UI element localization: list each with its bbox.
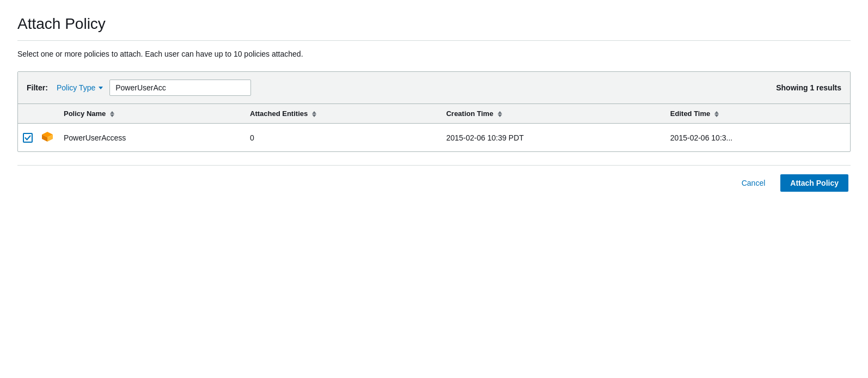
table-header-row: Policy Name Attached Entities Creation T… — [18, 104, 850, 124]
title-divider — [17, 40, 851, 41]
col-edited-time: Edited Time — [664, 104, 850, 124]
results-count: Showing 1 results — [776, 83, 841, 92]
col-icon — [38, 104, 57, 124]
filter-input[interactable] — [109, 80, 251, 96]
description-text: Select one or more policies to attach. E… — [17, 50, 851, 58]
row-edited-time: 2015-02-06 10:3... — [664, 124, 850, 152]
policy-type-label: Policy Type — [57, 83, 95, 92]
col-creation-time: Creation Time — [439, 104, 663, 124]
col-policy-name: Policy Name — [57, 104, 243, 124]
bottom-divider — [17, 165, 851, 166]
checkbox-checked[interactable] — [23, 133, 33, 143]
policy-table: Policy Name Attached Entities Creation T… — [18, 104, 850, 151]
policy-type-icon — [41, 130, 54, 143]
sort-policy-name-icon[interactable] — [110, 111, 114, 117]
policy-type-filter-button[interactable]: Policy Type — [57, 83, 103, 92]
page-title: Attach Policy — [17, 15, 851, 33]
row-policy-name: PowerUserAccess — [57, 124, 243, 152]
sort-edited-time-icon[interactable] — [714, 111, 719, 117]
col-checkbox — [18, 104, 38, 124]
attach-policy-button[interactable]: Attach Policy — [780, 174, 848, 192]
actions-bar: Cancel Attach Policy — [17, 174, 851, 192]
row-checkbox-cell[interactable] — [18, 124, 38, 152]
policy-table-container: Filter: Policy Type Showing 1 results Po… — [17, 71, 851, 152]
filter-label: Filter: — [27, 83, 48, 92]
row-creation-time: 2015-02-06 10:39 PDT — [439, 124, 663, 152]
table-row: PowerUserAccess 0 2015-02-06 10:39 PDT 2… — [18, 124, 850, 152]
col-attached-entities: Attached Entities — [243, 104, 439, 124]
checkmark-icon — [25, 135, 31, 141]
sort-creation-time-icon[interactable] — [498, 111, 502, 117]
chevron-down-icon — [99, 87, 103, 89]
cancel-button[interactable]: Cancel — [735, 175, 772, 191]
filter-bar: Filter: Policy Type Showing 1 results — [18, 72, 850, 104]
sort-attached-entities-icon[interactable] — [312, 111, 316, 117]
row-attached-entities: 0 — [243, 124, 439, 152]
row-icon-cell — [38, 124, 57, 152]
